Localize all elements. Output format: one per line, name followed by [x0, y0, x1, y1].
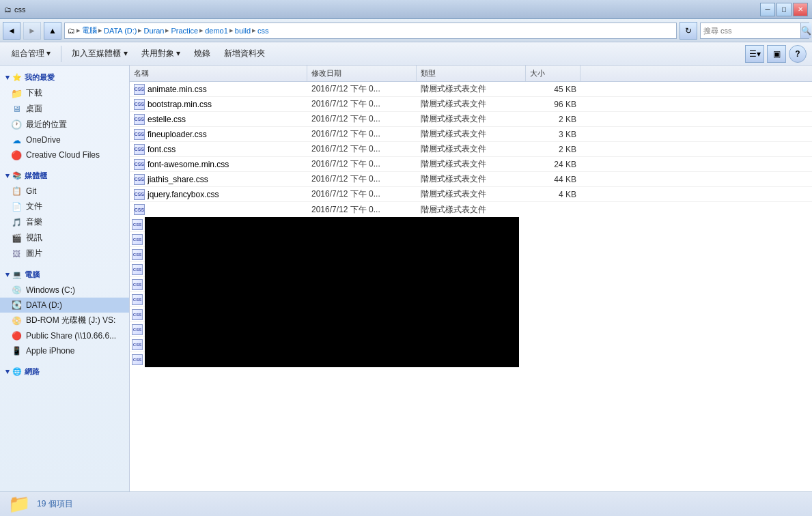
css-file-icon: CSS — [132, 279, 143, 290]
sidebar-item-downloads[interactable]: 📁 下載 — [0, 85, 129, 101]
refresh-button[interactable]: ↻ — [680, 22, 697, 40]
up-button[interactable]: ▲ — [44, 22, 61, 40]
sidebar-section-network[interactable]: ▾ 🌐 網路 — [0, 364, 129, 379]
file-area: 名稱 修改日期 類型 大小 CSS animate.min.css 2016/7… — [130, 66, 812, 491]
search-button[interactable]: 🔍 — [800, 23, 811, 38]
css-file-icon: CSS — [134, 129, 145, 140]
column-size[interactable]: 大小 — [526, 66, 580, 81]
sidebar-item-onedrive[interactable]: ☁ OneDrive — [0, 132, 129, 147]
preview-pane-button[interactable]: ▣ — [767, 45, 786, 63]
status-count: 19 個項目 — [37, 498, 73, 510]
column-type[interactable]: 類型 — [417, 66, 526, 81]
file-date-jiathis: 2016/7/12 下午 0... — [307, 173, 417, 185]
sidebar-item-data-d[interactable]: 💽 DATA (D:) — [0, 298, 129, 313]
sidebar-item-recent[interactable]: 🕐 最近的位置 — [0, 117, 129, 132]
css-file-icon: CSS — [132, 219, 143, 230]
sidebar-section-media[interactable]: ▾ 📚 媒體櫃 — [0, 168, 129, 184]
apple-iphone-icon: 📱 — [11, 345, 22, 356]
file-header: 名稱 修改日期 類型 大小 — [130, 66, 812, 82]
breadcrumb-build[interactable]: build — [235, 27, 251, 35]
new-folder-button[interactable]: 新增資料夾 — [218, 44, 271, 63]
minimize-button[interactable]: ─ — [760, 3, 775, 16]
folder-icon: 📁 — [11, 88, 22, 99]
share-label: 共用對象 ▾ — [141, 48, 180, 59]
sidebar-item-public-share[interactable]: 🔴 Public Share (\\10.66.6... — [0, 328, 129, 343]
file-date-jquery-fancybox: 2016/7/12 下午 0... — [307, 188, 417, 200]
sidebar-item-desktop[interactable]: 🖥 桌面 — [0, 101, 129, 117]
css-file-icon: CSS — [132, 249, 143, 260]
sidebar-section-favorites[interactable]: ▾ ⭐ 我的最愛 — [0, 70, 129, 85]
breadcrumb-css[interactable]: css — [257, 27, 269, 35]
css-file-icon: CSS — [134, 204, 145, 215]
documents-label: 文件 — [26, 201, 42, 212]
toolbar-right: ☰▾ ▣ ? — [745, 45, 807, 63]
title-bar-left: 🗂 css — [4, 5, 26, 14]
title-bar-controls: ─ □ ✕ — [760, 3, 808, 16]
sidebar-item-videos[interactable]: 🎬 視訊 — [0, 230, 129, 246]
add-to-library-label: 加入至媒體櫃 ▾ — [72, 48, 127, 59]
column-date[interactable]: 修改日期 — [307, 66, 417, 81]
search-input[interactable] — [701, 27, 800, 35]
file-row[interactable]: CSS bootstrap.min.css 2016/7/12 下午 0... … — [130, 97, 812, 112]
file-row[interactable]: CSS estelle.css 2016/7/12 下午 0... 階層式樣式表… — [130, 112, 812, 127]
file-row[interactable]: CSS font.css 2016/7/12 下午 0... 階層式樣式表文件 … — [130, 142, 812, 157]
sidebar-section-computer[interactable]: ▾ 💻 電腦 — [0, 267, 129, 283]
burn-button[interactable]: 燒錄 — [188, 44, 216, 63]
breadcrumb[interactable]: 🗂 ▸ 電腦 ▸ DATA (D:) ▸ Duran ▸ Practice ▸ … — [64, 23, 677, 39]
bdrom-label: BD-ROM 光碟機 (J:) VS: — [26, 315, 115, 326]
favorites-label: 我的最愛 — [25, 72, 55, 83]
sidebar-item-bdrom[interactable]: 📀 BD-ROM 光碟機 (J:) VS: — [0, 313, 129, 328]
back-button[interactable]: ◄ — [3, 22, 20, 40]
breadcrumb-demo1[interactable]: demo1 — [205, 27, 228, 35]
maximize-button[interactable]: □ — [776, 3, 792, 16]
help-button[interactable]: ? — [789, 45, 807, 63]
file-row[interactable]: CSS font-awesome.min.css 2016/7/12 下午 0.… — [130, 157, 812, 172]
breadcrumb-data-d[interactable]: DATA (D:) — [104, 27, 137, 35]
toolbar-separator-1 — [61, 46, 61, 62]
css-file-icon: CSS — [134, 174, 145, 185]
sidebar-item-pictures[interactable]: 🖼 圖片 — [0, 246, 129, 261]
file-row[interactable]: CSS fineuploader.css 2016/7/12 下午 0... 階… — [130, 127, 812, 142]
sidebar-item-apple-iphone[interactable]: 📱 Apple iPhone — [0, 343, 129, 358]
file-list: CSS animate.min.css 2016/7/12 下午 0... 階層… — [130, 82, 812, 367]
file-row[interactable]: CSS jquery.fancybox.css 2016/7/12 下午 0..… — [130, 187, 812, 202]
bdrom-icon: 📀 — [11, 315, 22, 326]
css-file-icon: CSS — [134, 84, 145, 95]
forward-button[interactable]: ► — [23, 22, 41, 40]
data-d-icon: 💽 — [11, 300, 22, 311]
file-name-font: CSS font.css — [130, 144, 307, 155]
file-row[interactable]: CSS animate.min.css 2016/7/12 下午 0... 階層… — [130, 82, 812, 97]
status-bar: 📁 19 個項目 — [0, 491, 812, 516]
file-row[interactable]: CSS jiathis_share.css 2016/7/12 下午 0... … — [130, 172, 812, 187]
share-button[interactable]: 共用對象 ▾ — [135, 44, 186, 63]
sidebar-item-windows-c[interactable]: 💿 Windows (C:) — [0, 283, 129, 298]
sidebar-item-music[interactable]: 🎵 音樂 — [0, 214, 129, 230]
breadcrumb-computer[interactable]: 電腦 — [82, 25, 97, 35]
recent-label: 最近的位置 — [26, 119, 67, 130]
file-type-bootstrap: 階層式樣式表文件 — [417, 98, 526, 110]
view-options-button[interactable]: ☰▾ — [745, 45, 764, 63]
toolbar: 組合管理 ▾ 加入至媒體櫃 ▾ 共用對象 ▾ 燒錄 新增資料夾 ☰▾ ▣ ? — [0, 42, 812, 66]
column-name[interactable]: 名稱 — [130, 66, 307, 81]
breadcrumb-practice[interactable]: Practice — [171, 27, 198, 35]
file-type-jiathis: 階層式樣式表文件 — [417, 173, 526, 185]
file-row[interactable]: CSS 2016/7/12 下午 0... 階層式樣式表文件 — [130, 202, 812, 217]
breadcrumb-duran[interactable]: Duran — [143, 27, 164, 35]
file-name-jquery-fancybox: CSS jquery.fancybox.css — [130, 189, 307, 200]
videos-label: 視訊 — [26, 232, 42, 244]
close-button[interactable]: ✕ — [793, 3, 808, 16]
windows-c-label: Windows (C:) — [26, 285, 75, 295]
sidebar-item-creative-cloud[interactable]: 🔴 Creative Cloud Files — [0, 147, 129, 162]
file-date-animate: 2016/7/12 下午 0... — [307, 83, 417, 95]
sidebar: ▾ ⭐ 我的最愛 📁 下載 🖥 桌面 🕐 最近的位置 ☁ OneDrive 🔴 … — [0, 66, 130, 491]
sidebar-item-documents[interactable]: 📄 文件 — [0, 199, 129, 214]
add-to-library-button[interactable]: 加入至媒體櫃 ▾ — [66, 44, 133, 63]
computer-label: 電腦 — [25, 270, 40, 280]
network-label: 網路 — [25, 367, 40, 377]
file-name-font-awesome: CSS font-awesome.min.css — [130, 159, 307, 170]
music-icon: 🎵 — [11, 217, 22, 228]
sidebar-item-git[interactable]: 📋 Git — [0, 184, 129, 199]
organize-button[interactable]: 組合管理 ▾ — [5, 44, 57, 63]
file-size-estelle: 2 KB — [526, 115, 580, 124]
address-bar: ◄ ► ▲ 🗂 ▸ 電腦 ▸ DATA (D:) ▸ Duran ▸ Pract… — [0, 19, 812, 42]
